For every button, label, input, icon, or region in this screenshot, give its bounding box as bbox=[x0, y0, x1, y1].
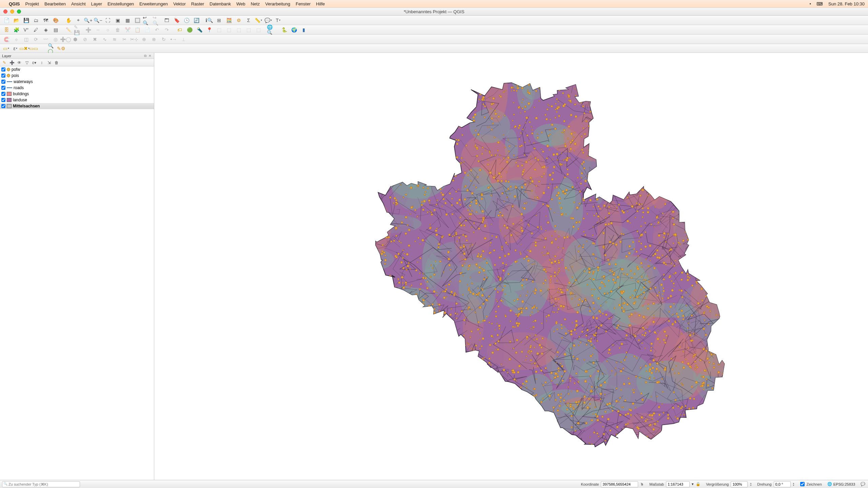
layer-visibility-checkbox[interactable] bbox=[1, 98, 5, 102]
open-project-icon[interactable]: 📂 bbox=[12, 16, 21, 24]
menu-einstellungen[interactable]: Einstellungen bbox=[107, 1, 134, 6]
style-manager-icon[interactable]: 🎨 bbox=[51, 16, 60, 24]
layer-item-waterways[interactable]: waterways bbox=[0, 79, 154, 85]
new-bookmark-icon[interactable]: 🔖 bbox=[172, 16, 181, 24]
menu-hilfe[interactable]: Hilfe bbox=[316, 1, 325, 6]
layer-visibility-checkbox[interactable] bbox=[1, 74, 5, 78]
menubar-clock[interactable]: Sun 28. Feb 10:30 bbox=[828, 1, 865, 6]
scale-lock-icon[interactable]: 🔒 bbox=[696, 482, 701, 486]
map-tips-icon[interactable]: 💬 bbox=[264, 16, 273, 24]
annotation-icon[interactable]: T bbox=[274, 16, 282, 24]
enable-snapping-icon[interactable]: 🧲 bbox=[2, 35, 11, 43]
plugin-icon[interactable]: ▮ bbox=[299, 26, 308, 34]
zoom-to-layer-icon[interactable]: ▦ bbox=[123, 16, 132, 24]
field-calculator-icon[interactable]: 🧮 bbox=[224, 16, 233, 24]
data-source-manager-icon[interactable]: 🗄 bbox=[2, 26, 11, 34]
zoom-out-icon[interactable]: 🔍− bbox=[94, 16, 102, 24]
add-group-icon[interactable]: ➕ bbox=[9, 60, 15, 66]
layer-visibility-checkbox[interactable] bbox=[1, 67, 5, 72]
new-project-icon[interactable]: 📄 bbox=[2, 16, 11, 24]
python-console-icon[interactable]: 🐍 bbox=[280, 26, 289, 34]
menu-netz[interactable]: Netz bbox=[251, 1, 260, 6]
measure-icon[interactable]: 📏 bbox=[254, 16, 263, 24]
select-features-icon[interactable]: ▭ bbox=[2, 45, 10, 52]
layer-visibility-checkbox[interactable] bbox=[1, 92, 5, 96]
open-attribute-table-icon[interactable]: ⊞ bbox=[215, 16, 223, 24]
toolbox-icon[interactable]: ⚙ bbox=[234, 16, 243, 24]
collapse-all-icon[interactable]: ⇲ bbox=[46, 60, 52, 66]
osm-download-icon[interactable]: 🌍 bbox=[290, 26, 298, 34]
scale-input[interactable] bbox=[666, 481, 690, 487]
layer-item-roads[interactable]: roads bbox=[0, 85, 154, 91]
layer-item-mittelsachsen[interactable]: Mittelsachsen bbox=[0, 103, 154, 109]
menu-fenster[interactable]: Fenster bbox=[296, 1, 311, 6]
identify-features-icon[interactable]: ℹ🔍 bbox=[205, 16, 214, 24]
new-shapefile-icon[interactable]: V° bbox=[22, 26, 31, 34]
new-spatialite-icon[interactable]: 🖊 bbox=[32, 26, 40, 34]
show-layout-manager-icon[interactable]: 🗺 bbox=[41, 16, 50, 24]
panel-close-icon[interactable]: ✕ bbox=[148, 54, 152, 58]
locator-search-input[interactable] bbox=[2, 481, 80, 487]
layer-item-buildings[interactable]: buildings bbox=[0, 91, 154, 97]
select-all-icon[interactable]: ▭▭ bbox=[29, 45, 38, 52]
label-tool-icon[interactable]: 🏷 bbox=[175, 26, 184, 34]
layer-visibility-checkbox[interactable] bbox=[1, 80, 5, 84]
rotation-input[interactable] bbox=[774, 481, 791, 487]
temporal-controller-icon[interactable]: 🕓 bbox=[182, 16, 191, 24]
zoom-to-selection-icon[interactable]: ▣ bbox=[113, 16, 122, 24]
menu-projekt[interactable]: Projekt bbox=[25, 1, 39, 6]
expression-filter-icon[interactable]: ε▾ bbox=[31, 60, 37, 66]
crs-value[interactable]: EPSG:25833 bbox=[833, 482, 855, 486]
toggle-editing-icon[interactable]: ✏️ bbox=[64, 26, 73, 34]
magnifier-down-icon[interactable]: ▼ bbox=[750, 484, 752, 486]
magnifier-input[interactable] bbox=[731, 481, 748, 487]
save-project-icon[interactable]: 💾 bbox=[22, 16, 31, 24]
metasearch-icon[interactable]: 🌐🔍 bbox=[267, 26, 276, 34]
pan-to-selection-icon[interactable]: ⌖ bbox=[74, 16, 83, 24]
window-minimize-button[interactable] bbox=[10, 9, 14, 14]
zoom-in-icon[interactable]: 🔍+ bbox=[84, 16, 93, 24]
crs-icon[interactable]: 🌐 bbox=[827, 482, 832, 486]
map-canvas[interactable] bbox=[154, 53, 868, 480]
menubar-dot-icon[interactable]: • bbox=[809, 1, 811, 6]
zoom-last-icon[interactable]: ↩🔍 bbox=[143, 16, 152, 24]
menu-datenbank[interactable]: Datenbank bbox=[210, 1, 231, 6]
scale-dropdown-icon[interactable]: ▾ bbox=[692, 482, 694, 486]
layer-visibility-checkbox[interactable] bbox=[1, 104, 5, 108]
manage-visibility-icon[interactable]: 👁 bbox=[16, 60, 22, 66]
panel-undock-icon[interactable]: ⧉ bbox=[143, 54, 147, 58]
filter-legend-icon[interactable]: ▽ bbox=[24, 60, 30, 66]
menu-verarbeitung[interactable]: Verarbeitung bbox=[265, 1, 290, 6]
window-close-button[interactable] bbox=[3, 9, 7, 14]
new-print-layout-icon[interactable]: 🗂 bbox=[32, 16, 40, 24]
layer-item-landuse[interactable]: landuse bbox=[0, 97, 154, 103]
layer-visibility-checkbox[interactable] bbox=[1, 86, 5, 90]
menu-web[interactable]: Web bbox=[236, 1, 245, 6]
rotation-down-icon[interactable]: ▼ bbox=[793, 484, 795, 486]
select-by-value-icon[interactable]: ε bbox=[11, 45, 19, 52]
menu-vektor[interactable]: Vektor bbox=[173, 1, 186, 6]
coord-input[interactable] bbox=[601, 481, 638, 487]
layer-item-pofw[interactable]: pofw bbox=[0, 66, 154, 73]
menu-layer[interactable]: Layer bbox=[91, 1, 102, 6]
deselect-all-icon[interactable]: ▭✖ bbox=[20, 45, 28, 52]
messages-icon[interactable]: 💬 bbox=[861, 482, 865, 486]
new-map-view-icon[interactable]: 🗔 bbox=[162, 16, 171, 24]
layer-style-icon[interactable]: ✎ bbox=[1, 60, 7, 66]
zoom-full-icon[interactable]: ⛶ bbox=[103, 16, 112, 24]
new-memory-layer-icon[interactable]: ▤ bbox=[51, 26, 60, 34]
processing-history-icon[interactable]: ✎⚙ bbox=[57, 45, 65, 52]
menu-bearbeiten[interactable]: Bearbeiten bbox=[44, 1, 66, 6]
expand-all-icon[interactable]: ↕ bbox=[39, 60, 45, 66]
diagram-tool-icon[interactable]: 🟢 bbox=[185, 26, 194, 34]
menu-erweiterungen[interactable]: Erweiterungen bbox=[139, 1, 168, 6]
menu-ansicht[interactable]: Ansicht bbox=[71, 1, 86, 6]
statistics-icon[interactable]: Σ bbox=[244, 16, 253, 24]
layer-item-pois[interactable]: pois bbox=[0, 73, 154, 79]
remove-layer-icon[interactable]: 🗑 bbox=[54, 60, 60, 66]
app-menu[interactable]: QGIS bbox=[9, 1, 20, 6]
pan-map-icon[interactable]: ✋ bbox=[64, 16, 73, 24]
highlight-label-icon[interactable]: 🔦 bbox=[195, 26, 204, 34]
window-zoom-button[interactable] bbox=[17, 9, 21, 14]
new-geopackage-icon[interactable]: 🧩 bbox=[12, 26, 21, 34]
